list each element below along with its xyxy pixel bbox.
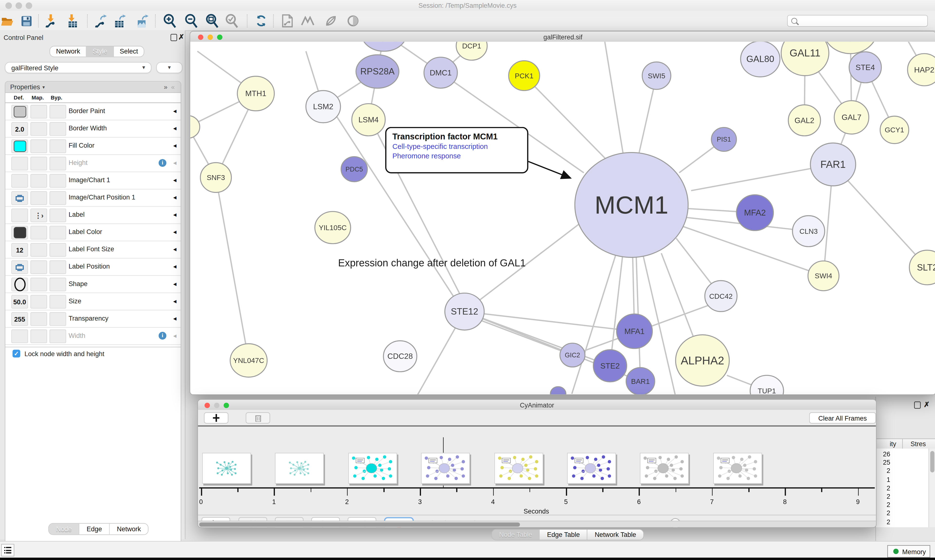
property-row-image-chart-position-1[interactable]: Image/Chart Position 1◂ <box>5 189 181 207</box>
default-value-cell[interactable] <box>11 278 28 291</box>
node-ellipse[interactable] <box>190 115 200 138</box>
frame-thumbnail-7[interactable] <box>640 453 689 484</box>
network-node-CDC42[interactable]: CDC42 <box>705 280 737 311</box>
expand-row-icon[interactable]: ◂ <box>173 107 176 115</box>
scrollbar-thumb[interactable] <box>199 522 520 526</box>
add-frame-button[interactable] <box>204 412 228 424</box>
expand-row-icon[interactable]: ◂ <box>173 176 176 184</box>
mapping-cell[interactable] <box>31 139 47 153</box>
expand-row-icon[interactable]: ◂ <box>173 125 176 132</box>
mapping-cell[interactable] <box>31 278 47 291</box>
tab-edge[interactable]: Edge <box>79 524 110 534</box>
default-value-cell[interactable]: 2.0 <box>11 122 28 136</box>
network-node-LSM2[interactable]: LSM2 <box>306 91 340 123</box>
bypass-cell[interactable] <box>49 191 66 205</box>
network-node-FAR1[interactable]: FAR1 <box>810 143 856 186</box>
property-row-size[interactable]: 50.0Size◂ <box>5 293 181 311</box>
expand-row-icon[interactable]: ◂ <box>173 280 176 288</box>
network-node-BAR1[interactable]: BAR1 <box>626 368 655 394</box>
export-network-button[interactable] <box>93 13 109 29</box>
tab-node-table[interactable]: Node Table <box>492 529 540 540</box>
mapping-cell[interactable] <box>31 260 47 274</box>
delete-frame-button[interactable] <box>246 412 270 424</box>
property-row-transparency[interactable]: 255Transparency◂ <box>5 311 181 328</box>
network-node-GAL11[interactable]: GAL11 <box>781 42 829 75</box>
clear-all-frames-button[interactable]: Clear All Frames <box>809 412 876 424</box>
default-value-cell[interactable] <box>11 208 28 222</box>
network-node[interactable] <box>361 42 407 51</box>
collapse-all-icon[interactable]: « <box>171 83 176 91</box>
expand-all-icon[interactable]: » <box>164 83 169 91</box>
expand-row-icon[interactable]: ◂ <box>173 332 176 340</box>
frame-thumbnail-8[interactable] <box>713 453 762 484</box>
property-row-height[interactable]: Heighti◂ <box>5 155 181 172</box>
node-ellipse[interactable] <box>361 42 407 51</box>
bypass-cell[interactable] <box>49 174 66 188</box>
bypass-cell[interactable] <box>49 312 66 326</box>
zoom-in-button[interactable] <box>162 13 178 29</box>
memory-button[interactable]: Memory <box>887 545 930 558</box>
tab-edge-table[interactable]: Edge Table <box>540 529 588 540</box>
default-value-cell[interactable] <box>11 329 28 343</box>
network-node-MFA2[interactable]: MFA2 <box>736 195 773 231</box>
bypass-cell[interactable] <box>49 208 66 222</box>
tab-network-table[interactable]: Network Table <box>588 529 643 540</box>
default-value-cell[interactable]: 255 <box>11 312 28 326</box>
tab-node[interactable]: Node <box>49 524 80 534</box>
style-options-button[interactable]: ▼ <box>156 62 183 74</box>
node-ellipse[interactable] <box>550 386 566 394</box>
network-node-DMC1[interactable]: DMC1 <box>424 57 457 88</box>
mapping-cell[interactable] <box>31 329 47 343</box>
network-node-GAL7[interactable]: GAL7 <box>834 101 869 134</box>
frame-thumbnail-1[interactable] <box>202 453 251 484</box>
bypass-cell[interactable] <box>49 139 66 153</box>
bypass-cell[interactable] <box>49 329 66 343</box>
frame-thumbnail-5[interactable] <box>494 453 543 484</box>
network-node-GIC2[interactable]: GIC2 <box>560 343 585 367</box>
default-value-cell[interactable] <box>11 174 28 188</box>
network-node-TUP1[interactable]: TUP1 <box>750 375 784 394</box>
mapping-cell[interactable] <box>31 157 47 170</box>
bypass-cell[interactable] <box>49 157 66 170</box>
network-node-PIS1[interactable]: PIS1 <box>711 128 736 151</box>
horizontal-scrollbar[interactable] <box>198 521 876 527</box>
bypass-cell[interactable] <box>49 243 66 257</box>
mapping-cell[interactable] <box>31 122 47 136</box>
network-node-PCK1[interactable]: PCK1 <box>509 61 540 91</box>
task-history-button[interactable] <box>1 544 14 556</box>
expand-row-icon[interactable]: ◂ <box>173 315 176 322</box>
float-panel-icon[interactable] <box>170 34 177 41</box>
network-document-button[interactable] <box>280 13 295 29</box>
annotation-box[interactable]: Transcription factor MCM1 Cell-type-spec… <box>385 127 528 174</box>
network-node-SWI5[interactable]: SWI5 <box>642 62 671 89</box>
mapping-cell[interactable]: ⋮› <box>31 208 47 222</box>
network-node-MTH1[interactable]: MTH1 <box>238 76 275 111</box>
mapping-cell[interactable] <box>31 174 47 188</box>
open-session-button[interactable] <box>0 13 15 29</box>
network-node[interactable] <box>190 115 200 138</box>
network-window-title-bar[interactable]: galFiltered.sif <box>190 32 935 42</box>
default-value-cell[interactable]: 12 <box>11 243 28 257</box>
refresh-layout-button[interactable] <box>253 13 269 29</box>
annotation-link-1[interactable]: Cell-type-specific transcription <box>392 142 521 151</box>
bypass-cell[interactable] <box>49 295 66 308</box>
bypass-cell[interactable] <box>49 226 66 239</box>
default-value-cell[interactable] <box>11 157 28 170</box>
tab-select[interactable]: Select <box>114 46 144 57</box>
default-value-cell[interactable] <box>11 139 28 153</box>
save-session-button[interactable] <box>19 13 34 29</box>
expand-row-icon[interactable]: ◂ <box>173 159 176 167</box>
property-row-border-paint[interactable]: Border Paint◂ <box>5 103 181 120</box>
network-node-SLT2[interactable]: SLT2 <box>909 250 935 285</box>
frame-thumbnail-6[interactable] <box>567 453 616 484</box>
network-node[interactable] <box>823 42 878 54</box>
property-row-label-color[interactable]: Label Color◂ <box>5 224 181 241</box>
network-node-MCM1[interactable]: MCM1 <box>575 152 688 257</box>
show-detail-button[interactable] <box>345 13 361 29</box>
network-node-LSM4[interactable]: LSM4 <box>352 104 385 136</box>
tab-network-style[interactable]: Network <box>110 524 148 534</box>
property-row-width[interactable]: Widthi◂ <box>5 328 181 345</box>
property-row-label[interactable]: ⋮›Label◂ <box>5 207 181 224</box>
mapping-cell[interactable] <box>31 226 47 239</box>
search-input[interactable] <box>799 17 927 25</box>
